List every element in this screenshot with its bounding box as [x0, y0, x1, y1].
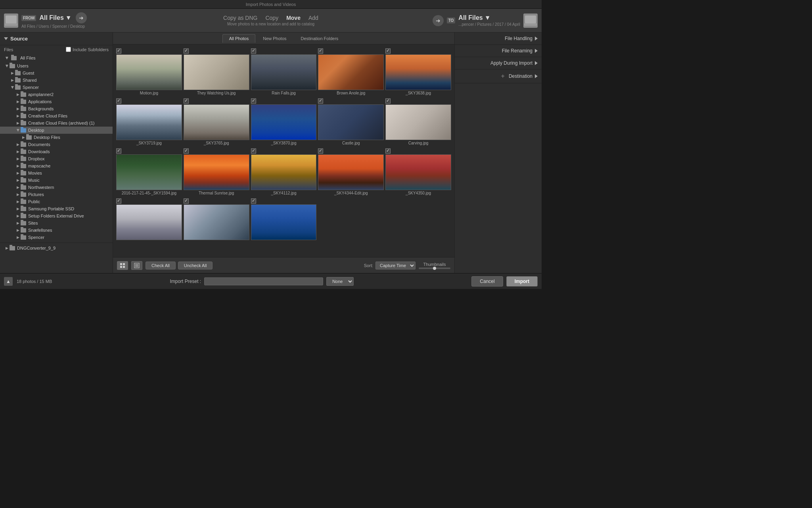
- tree-item-spencer-sub[interactable]: Spencer: [0, 234, 113, 241]
- to-nav-arrow[interactable]: ➜: [433, 15, 444, 26]
- photo-checkbox-thermal[interactable]: [184, 148, 189, 154]
- tree-item-setup-folders[interactable]: Setup Folders External Drive: [0, 212, 113, 219]
- tree-item-pictures[interactable]: Pictures: [0, 191, 113, 198]
- photo-thumb-thermal[interactable]: [184, 154, 249, 190]
- sort-dropdown[interactable]: Capture Time: [375, 262, 416, 269]
- photo-checkbox-mountain2[interactable]: [184, 198, 189, 204]
- tab-new-photos[interactable]: New Photos: [256, 34, 293, 43]
- tree-item-samsung[interactable]: Samsung Portable SSD: [0, 205, 113, 212]
- photo-thumb-sky4112[interactable]: [251, 154, 317, 190]
- sidebar-collapse-icon[interactable]: [4, 37, 8, 40]
- photo-checkbox-mountain3[interactable]: [251, 198, 256, 204]
- title-text: Import Photos and Videos: [246, 2, 296, 7]
- photo-checkbox-sky3719[interactable]: [116, 98, 121, 104]
- photo-checkbox-mountain1[interactable]: [116, 198, 121, 204]
- photo-thumb-sky3719[interactable]: [116, 104, 182, 140]
- file-handling-row[interactable]: File Handling: [455, 33, 542, 45]
- import-preset-label: Import Preset :: [170, 279, 201, 284]
- photo-checkbox-sky4112[interactable]: [251, 148, 256, 154]
- setup-folders-arrow: [15, 213, 21, 219]
- tree-item-public[interactable]: Public: [0, 198, 113, 205]
- tab-destination-folders[interactable]: Destination Folders: [294, 34, 345, 43]
- apply-during-import-row[interactable]: Apply During Import: [455, 57, 542, 69]
- photo-checkbox-sky4344[interactable]: [318, 148, 323, 154]
- photo-thumb-sky1594[interactable]: [116, 154, 182, 190]
- photo-thumb-mountain3[interactable]: [251, 204, 317, 240]
- eject-btn[interactable]: ▲: [4, 277, 13, 286]
- to-all-files-dropdown[interactable]: All Files ▼: [458, 14, 520, 21]
- photo-checkbox-carving[interactable]: [385, 98, 391, 104]
- check-all-btn[interactable]: Check All: [146, 262, 176, 269]
- tree-item-desktop-files[interactable]: Desktop Files: [0, 134, 113, 141]
- destination-row[interactable]: + Destination: [455, 69, 542, 83]
- photo-thumb-rain-falls[interactable]: [251, 54, 317, 90]
- photo-thumb-brown-anole[interactable]: [318, 54, 384, 90]
- tree-item-dng[interactable]: DNGConverter_9_9: [4, 244, 109, 252]
- photo-thumb-mountain2[interactable]: [184, 204, 249, 240]
- photo-thumb-sky3765[interactable]: [184, 104, 249, 140]
- photo-thumb-sky4344[interactable]: [318, 154, 384, 190]
- photo-checkbox-brown-anole[interactable]: [318, 48, 323, 54]
- photo-thumb-motion[interactable]: [116, 54, 182, 90]
- tree-item-shared[interactable]: Shared: [0, 77, 113, 84]
- tree-item-users[interactable]: Users: [0, 62, 113, 69]
- tree-item-backgrounds[interactable]: Backgrounds: [0, 105, 113, 112]
- tree-item-all-files[interactable]: All Files: [0, 54, 113, 62]
- tab-all-photos[interactable]: All Photos: [222, 34, 256, 43]
- photo-checkbox-they-watching[interactable]: [184, 48, 189, 54]
- tree-item-movies[interactable]: Movies: [0, 169, 113, 177]
- photo-checkbox-sky4350[interactable]: [385, 148, 391, 154]
- file-renaming-row[interactable]: File Renaming: [455, 45, 542, 57]
- photo-label-sky3638: _SKY3638.jpg: [385, 90, 451, 96]
- uncheck-all-btn[interactable]: Uncheck All: [178, 262, 213, 269]
- grid-view-btn[interactable]: [117, 261, 128, 270]
- copy-as-dng-action[interactable]: Copy as DNG: [223, 15, 257, 21]
- loupe-view-btn[interactable]: [131, 261, 142, 270]
- photo-checkbox-rain-falls[interactable]: [251, 48, 256, 54]
- tree-item-spencer[interactable]: Spencer: [0, 84, 113, 91]
- photo-thumb-castle[interactable]: [318, 104, 384, 140]
- include-subfolders-checkbox[interactable]: [66, 47, 71, 52]
- tree-item-downloads[interactable]: Downloads: [0, 148, 113, 155]
- tree-item-northwestern[interactable]: Northwestern: [0, 184, 113, 191]
- photo-thumb-mountain1[interactable]: [116, 204, 182, 240]
- preset-dropdown[interactable]: None: [326, 277, 354, 286]
- tree-item-sites[interactable]: Sites: [0, 219, 113, 227]
- photo-checkbox-castle[interactable]: [318, 98, 323, 104]
- thumbnail-size-slider[interactable]: [419, 267, 450, 269]
- tree-item-creative-cloud-archived[interactable]: Creative Cloud Files (archived) (1): [0, 119, 113, 127]
- thumbnails-section: Thumbnails: [419, 262, 450, 269]
- tree-item-documents[interactable]: Documents: [0, 141, 113, 148]
- photo-thumb-they-watching[interactable]: [184, 54, 249, 90]
- forward-nav-arrow[interactable]: ➜: [76, 12, 87, 23]
- tree-item-snaefellsnes[interactable]: Snæfellsnes: [0, 227, 113, 234]
- tree-item-dropbox[interactable]: Dropbox: [0, 155, 113, 162]
- photo-thumb-sky4350[interactable]: [385, 154, 451, 190]
- all-files-label: All Files: [20, 56, 36, 60]
- tree-item-applications[interactable]: Applications: [0, 98, 113, 105]
- photo-checkbox-sky3870[interactable]: [251, 98, 256, 104]
- photo-checkbox-sky3638[interactable]: [385, 48, 391, 54]
- photo-thumb-sky3638[interactable]: [385, 54, 451, 90]
- copy-action[interactable]: Copy: [265, 15, 278, 21]
- tree-item-music[interactable]: Music: [0, 177, 113, 184]
- photo-checkbox-sky3765[interactable]: [184, 98, 189, 104]
- tree-item-guest[interactable]: Guest: [0, 69, 113, 77]
- photo-checkbox-motion[interactable]: [116, 48, 121, 54]
- add-action[interactable]: Add: [308, 15, 318, 21]
- tree-item-apmplanner2[interactable]: apmplanner2: [0, 91, 113, 98]
- photo-thumb-sky3870[interactable]: [251, 104, 317, 140]
- tree-item-desktop[interactable]: Desktop: [0, 127, 113, 134]
- photo-thumb-carving[interactable]: [385, 104, 451, 140]
- import-preset-input[interactable]: [204, 277, 323, 285]
- tree-item-mapscache[interactable]: mapscache: [0, 162, 113, 169]
- cancel-btn[interactable]: Cancel: [471, 276, 503, 287]
- import-btn[interactable]: Import: [506, 276, 538, 287]
- tree-item-creative-cloud[interactable]: Creative Cloud Files: [0, 112, 113, 119]
- move-action[interactable]: Move: [286, 15, 301, 21]
- photo-checkbox-row-they-watching: [184, 48, 249, 54]
- applications-folder-icon: [21, 100, 26, 104]
- photo-checkbox-sky1594[interactable]: [116, 148, 121, 154]
- from-all-files-dropdown[interactable]: All Files ▼: [39, 14, 71, 21]
- include-subfolders-label[interactable]: Include Subfolders: [66, 47, 109, 52]
